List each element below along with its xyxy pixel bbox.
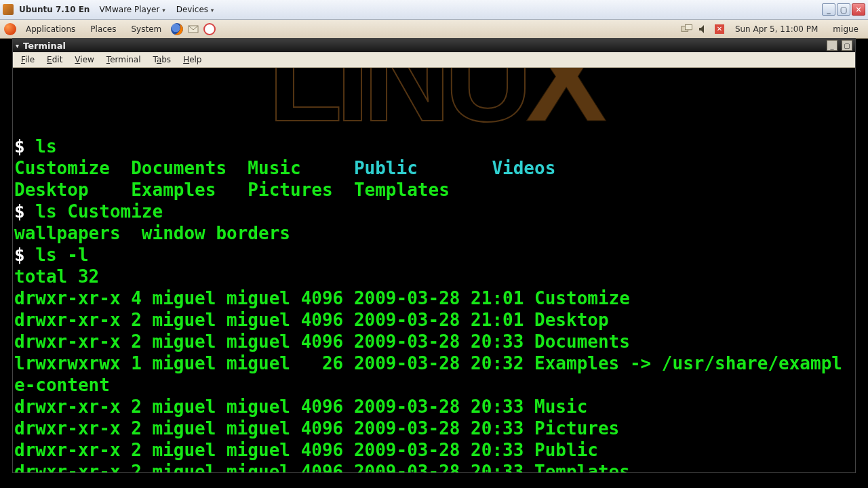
host-minimize-button[interactable]: _ xyxy=(822,3,835,16)
host-close-button[interactable]: ✕ xyxy=(852,3,865,16)
term-menu-view[interactable]: View xyxy=(69,54,99,66)
help-launcher-icon[interactable] xyxy=(203,23,216,35)
gnome-top-panel: Applications Places System ✕ Sun Apr 5, … xyxy=(0,20,868,39)
vmware-menu-devices[interactable]: Devices ▾ xyxy=(172,3,218,16)
terminal-titlebar[interactable]: ▾ Terminal _ ▢ xyxy=(13,39,855,52)
firefox-launcher-icon[interactable] xyxy=(171,23,183,35)
menu-applications[interactable]: Applications xyxy=(20,22,81,36)
terminal-menubar: File Edit View Terminal Tabs Help xyxy=(13,52,855,68)
vmware-titlebar: Ubuntu 7.10 En VMware Player ▾ Devices ▾… xyxy=(0,0,868,20)
menu-places[interactable]: Places xyxy=(85,22,121,36)
vmware-title: Ubuntu 7.10 En xyxy=(19,5,90,14)
term-menu-help[interactable]: Help xyxy=(178,54,207,66)
terminal-body[interactable]: LINUX $ ls Customize Documents Music Pub… xyxy=(13,68,855,472)
bottom-strip xyxy=(0,474,868,488)
term-menu-file[interactable]: File xyxy=(16,54,40,66)
term-menu-tabs[interactable]: Tabs xyxy=(148,54,177,66)
panel-user[interactable]: migue xyxy=(827,22,864,36)
window-switcher-icon[interactable] xyxy=(681,23,693,35)
linux-background-art: LINUX xyxy=(268,68,600,89)
terminal-window: ▾ Terminal _ ▢ File Edit View Terminal T… xyxy=(12,38,856,473)
menu-system[interactable]: System xyxy=(125,22,167,36)
host-maximize-button[interactable]: ▢ xyxy=(837,3,850,16)
svg-rect-2 xyxy=(685,24,692,29)
vmware-menu-player[interactable]: VMware Player ▾ xyxy=(95,3,169,16)
evolution-launcher-icon[interactable] xyxy=(187,23,199,35)
terminal-minimize-button[interactable]: _ xyxy=(827,40,837,51)
volume-icon[interactable] xyxy=(697,23,709,35)
term-menu-terminal[interactable]: Terminal xyxy=(101,54,146,66)
terminal-menu-chevron-icon[interactable]: ▾ xyxy=(16,42,19,49)
vmware-icon xyxy=(3,4,14,15)
ubuntu-logo-icon[interactable] xyxy=(4,23,16,35)
term-menu-edit[interactable]: Edit xyxy=(41,54,68,66)
network-error-icon[interactable]: ✕ xyxy=(713,23,726,35)
terminal-output: $ ls Customize Documents Music Public Vi… xyxy=(14,136,854,472)
terminal-maximize-button[interactable]: ▢ xyxy=(842,40,852,51)
terminal-title: Terminal xyxy=(23,41,66,51)
panel-clock[interactable]: Sun Apr 5, 11:00 PM xyxy=(730,22,823,36)
